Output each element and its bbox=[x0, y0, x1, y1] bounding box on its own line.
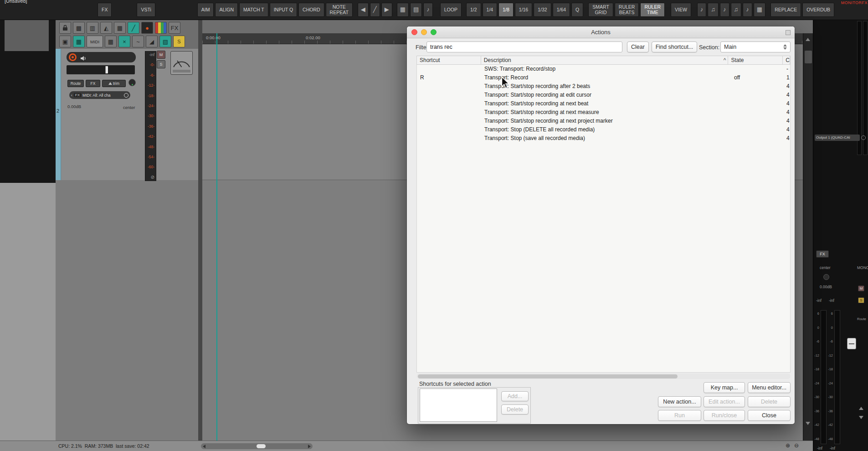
metronome-icon[interactable]: ◭ bbox=[100, 22, 112, 34]
mixer-scroll-up-icon[interactable] bbox=[859, 407, 863, 410]
mixer-mute-button[interactable]: M bbox=[858, 285, 864, 291]
output-toggle-icon[interactable] bbox=[861, 135, 866, 140]
toolbar-action-button[interactable]: NOTE REPEAT bbox=[326, 3, 353, 17]
theme-color-icon[interactable]: ▮ bbox=[155, 22, 167, 34]
find-shortcut-button[interactable]: Find shortcut... bbox=[652, 41, 697, 52]
scroll-down-icon[interactable] bbox=[806, 422, 810, 425]
track-name-field[interactable] bbox=[67, 52, 136, 62]
track-fx-button[interactable]: FX bbox=[86, 80, 100, 87]
horizontal-scroll-thumb[interactable] bbox=[257, 444, 266, 448]
mute-button[interactable]: M bbox=[157, 51, 165, 59]
meter-clip-icon[interactable]: ⊘ bbox=[151, 175, 154, 180]
duplicate-icon[interactable]: ▣ bbox=[59, 36, 71, 47]
column-header-state[interactable]: State bbox=[728, 56, 783, 64]
grid-frame-icon[interactable]: ▤ bbox=[410, 3, 422, 17]
toolbar-action-button[interactable]: MATCH T bbox=[239, 3, 268, 17]
note-source-icon[interactable]: ♪ bbox=[423, 3, 433, 17]
dock-window-icon[interactable] bbox=[786, 30, 791, 35]
division-button[interactable]: 1/64 bbox=[553, 3, 570, 17]
division-button[interactable]: 1/2 bbox=[466, 3, 481, 17]
scroll-right-icon[interactable] bbox=[308, 445, 311, 448]
midi-tool-icon[interactable]: ▦ bbox=[754, 3, 765, 17]
midi-tool-icon[interactable]: ♪ bbox=[743, 3, 752, 17]
draw-mode-icon[interactable]: ╱ bbox=[128, 22, 139, 34]
delete-shortcut-button[interactable]: Delete bbox=[501, 404, 529, 415]
section-select[interactable]: Main bbox=[720, 41, 791, 52]
division-button[interactable]: 1/32 bbox=[534, 3, 551, 17]
minimize-window-button[interactable] bbox=[421, 29, 427, 35]
mixer-solo-button[interactable]: S bbox=[858, 297, 864, 303]
grid-dots-icon[interactable]: ▩ bbox=[73, 22, 85, 34]
midi-tool-icon[interactable]: ♫ bbox=[731, 3, 742, 17]
fx-chain-icon[interactable]: FX bbox=[169, 22, 180, 34]
record-mode-icon[interactable]: ● bbox=[141, 22, 153, 34]
prev-marker-icon[interactable]: ◀ bbox=[358, 3, 369, 17]
toolbar-action-button[interactable]: CHORD bbox=[298, 3, 324, 17]
snap-button[interactable]: S bbox=[173, 36, 185, 47]
route-button[interactable]: Route bbox=[67, 80, 84, 87]
close-window-button[interactable] bbox=[411, 29, 417, 35]
action-row[interactable]: Transport: Start/stop recording after 2 … bbox=[417, 82, 790, 91]
zoom-in-icon[interactable]: ⊕ bbox=[786, 442, 790, 449]
horizontal-scrollbar[interactable] bbox=[201, 443, 313, 449]
play-icon[interactable]: ▶ bbox=[381, 3, 392, 17]
action-row[interactable]: Transport: Stop (DELETE all recorded med… bbox=[417, 125, 790, 134]
mixer-route-button[interactable]: Route bbox=[857, 317, 866, 321]
close-button[interactable]: Close bbox=[748, 410, 791, 421]
pencil-edit-icon[interactable]: ╱ bbox=[370, 3, 380, 17]
quantize-button[interactable]: Q bbox=[571, 3, 583, 17]
column-header-shortcut[interactable]: Shortcut bbox=[417, 56, 481, 64]
midi-tool-icon[interactable]: ♪ bbox=[697, 3, 707, 17]
io-routing-pill[interactable]: ‹ FX MIDI: All: All cha bbox=[69, 91, 130, 99]
filter-input[interactable] bbox=[426, 41, 622, 52]
routing-matrix-icon[interactable]: ▥ bbox=[87, 22, 98, 34]
scroll-left-icon[interactable] bbox=[203, 445, 205, 448]
vsti-button[interactable]: VSTi bbox=[137, 3, 155, 17]
run-button[interactable]: Run bbox=[658, 410, 701, 421]
midi-tool-icon[interactable]: ♪ bbox=[720, 3, 729, 17]
ruler-mode-button[interactable]: RULER BEATS bbox=[615, 3, 639, 17]
list-horizontal-scrollbar[interactable] bbox=[416, 373, 791, 379]
action-row[interactable]: R Transport: Record off 1 bbox=[417, 73, 790, 82]
zoom-out-icon[interactable]: ⊖ bbox=[794, 442, 799, 449]
ruler-mode-button[interactable]: SMART GRID bbox=[588, 3, 613, 17]
division-button[interactable]: 1/8 bbox=[498, 3, 514, 17]
new-action-button[interactable]: New action... bbox=[658, 396, 701, 407]
toolbar-action-button[interactable]: INPUT Q bbox=[270, 3, 297, 17]
lock-icon[interactable] bbox=[59, 22, 71, 34]
grid-lines-icon[interactable]: ▦ bbox=[397, 3, 409, 17]
monitor-speaker-icon[interactable] bbox=[80, 55, 87, 63]
pan-readout[interactable]: center bbox=[123, 105, 135, 110]
ruler-mode-button[interactable]: RULER TIME bbox=[640, 3, 665, 17]
mixer-pan-readout[interactable]: center bbox=[820, 265, 831, 270]
vertical-scroll-thumb[interactable] bbox=[805, 51, 812, 63]
grid-settings-icon[interactable]: ▦ bbox=[105, 36, 117, 47]
track-selected-strip[interactable] bbox=[56, 49, 61, 180]
volume-fader[interactable] bbox=[67, 65, 135, 74]
volume-readout[interactable]: 0.00dB bbox=[67, 104, 81, 109]
menu-editor-button[interactable]: Menu editor... bbox=[748, 382, 791, 393]
clear-button[interactable]: Clear bbox=[627, 41, 649, 52]
shortcuts-listbox[interactable] bbox=[420, 389, 497, 422]
zoom-window-button[interactable] bbox=[431, 29, 437, 35]
mixer-scroll-down-icon[interactable] bbox=[859, 416, 863, 419]
output-hardware-button[interactable]: Output 1 (QUAD-CAI bbox=[815, 135, 860, 141]
mixer-pan-knob[interactable] bbox=[823, 274, 829, 280]
envelope-icon[interactable]: ~ bbox=[132, 36, 144, 47]
solo-button[interactable]: S bbox=[157, 60, 165, 68]
mixer-volume-readout[interactable]: 0.00dB bbox=[820, 285, 832, 289]
fx-button[interactable]: FX bbox=[98, 3, 112, 17]
toolbar-action-button[interactable]: AIM bbox=[197, 3, 214, 17]
edit-action-button[interactable]: Edit action... bbox=[704, 396, 745, 407]
action-row[interactable]: SWS: Transport: Record/stop - bbox=[417, 65, 790, 73]
volume-fader-handle[interactable] bbox=[105, 66, 108, 73]
action-row[interactable]: Transport: Start/stop recording at next … bbox=[417, 99, 790, 108]
mixer-fx-button[interactable]: FX bbox=[816, 250, 829, 258]
dialog-titlebar[interactable]: Actions bbox=[407, 26, 795, 38]
io-toggle-icon[interactable] bbox=[124, 93, 128, 98]
action-row[interactable]: Transport: Start/stop recording at edit … bbox=[417, 91, 790, 99]
action-row[interactable]: Transport: Stop (save all recorded media… bbox=[417, 134, 790, 143]
key-map-button[interactable]: Key map... bbox=[704, 382, 745, 393]
erase-icon[interactable]: × bbox=[118, 36, 130, 47]
delete-action-button[interactable]: Delete bbox=[748, 396, 791, 407]
